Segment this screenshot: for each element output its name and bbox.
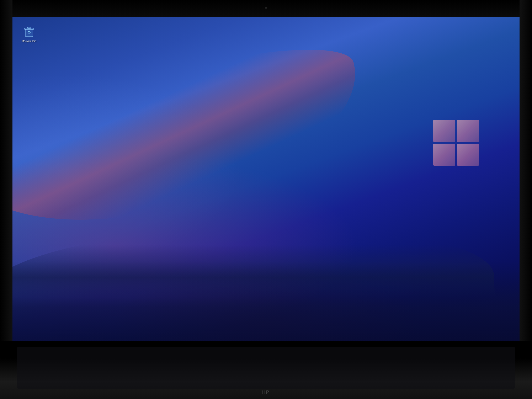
laptop-left-bezel <box>0 0 13 399</box>
laptop-bottom-bezel: HP <box>0 341 532 399</box>
svg-rect-2 <box>27 27 31 28</box>
wallpaper-wave-1 <box>13 24 378 258</box>
recycle-bin-icon[interactable]: ♻ Recycle Bin <box>21 25 38 43</box>
svg-text:♻: ♻ <box>27 30 31 34</box>
windows-logo-pane-bl <box>433 144 455 166</box>
windows-logo-pane-br <box>457 144 479 166</box>
recycle-bin-graphic: ♻ <box>22 25 36 38</box>
laptop-right-bezel <box>519 0 532 399</box>
windows-logo-pane-tr <box>457 120 479 142</box>
windows-logo <box>433 120 479 166</box>
windows-logo-pane-tl <box>433 120 455 142</box>
recycle-bin-label: Recycle Bin <box>22 39 36 43</box>
laptop-top-bezel <box>0 0 532 17</box>
laptop-keyboard <box>17 347 515 389</box>
webcam <box>265 7 267 9</box>
wallpaper-wave-3 <box>13 218 496 351</box>
hp-brand-logo: HP <box>262 389 270 395</box>
